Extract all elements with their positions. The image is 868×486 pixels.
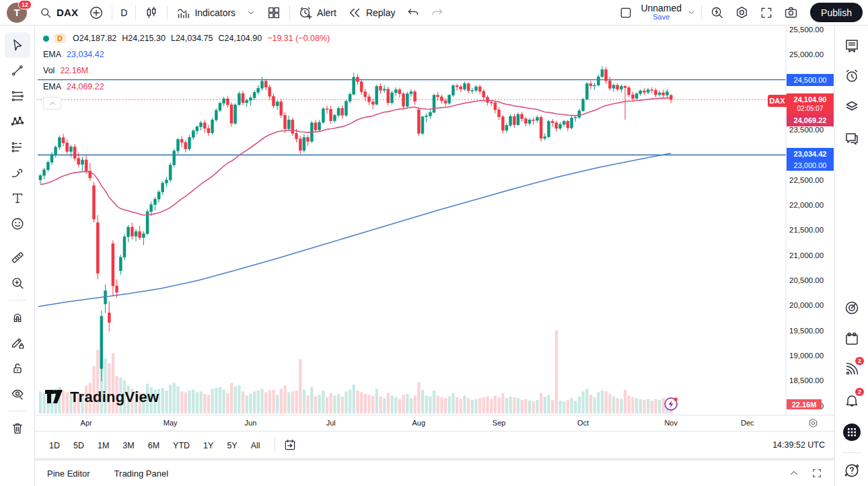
ema2-legend-row[interactable]: EMA 24,069.22 (43, 81, 335, 93)
help-sparkle-icon (843, 462, 861, 479)
notifications-button[interactable]: 2 (838, 387, 865, 413)
cursor-icon (10, 38, 25, 52)
layers-icon (844, 98, 860, 114)
ema-pink-price-label: 24,069.22 (787, 114, 834, 126)
range-button-1m[interactable]: 1M (93, 438, 114, 453)
calendar-button[interactable] (838, 325, 865, 352)
ema-value: 24,069.22 (67, 82, 104, 91)
price-tick-label: 20,500.00 (789, 276, 824, 284)
notifications-badge: 2 (855, 388, 864, 396)
emoji-tool-button[interactable] (5, 211, 30, 237)
remove-drawings-button[interactable] (5, 415, 30, 441)
undo-button[interactable] (401, 3, 425, 23)
layout-menu-chevron[interactable] (684, 3, 698, 23)
panel-expand-chevron-icon[interactable] (789, 468, 799, 479)
indicators-button[interactable]: Indicators (170, 3, 241, 23)
screenshot-button[interactable] (779, 3, 803, 23)
range-button-all[interactable]: All (246, 438, 265, 453)
brush-tool-button[interactable] (5, 160, 30, 186)
range-button-1y[interactable]: 1Y (198, 438, 218, 453)
user-avatar[interactable]: T 12 (7, 3, 27, 23)
prediction-tool-button[interactable] (5, 134, 30, 160)
server-clock[interactable]: 14:39:52 UTC (772, 440, 825, 450)
low-value: L24,034.75 (171, 34, 213, 43)
tab-pine-editor[interactable]: Pine Editor (47, 469, 90, 479)
layout-grid-button[interactable] (261, 3, 287, 23)
chat-bubble-icon (844, 130, 860, 147)
apps-menu-button[interactable] (838, 419, 865, 446)
save-layout-button[interactable]: Unnamed Save (638, 4, 684, 22)
watchlist-icon (844, 38, 860, 54)
price-tick-label: 19,000.00 (789, 352, 824, 360)
save-link[interactable]: Save (653, 13, 670, 22)
quick-search-button[interactable] (704, 3, 729, 23)
top-toolbar: T 12 DAX D Indicators Alert Replay (0, 0, 868, 26)
layout-thumbnail-button[interactable] (614, 3, 638, 23)
change-value: −19.31 (−0.08%) (267, 34, 330, 43)
time-axis-settings-icon[interactable] (807, 417, 819, 429)
drawing-mode-button[interactable] (5, 330, 30, 356)
series-status-dot (43, 36, 49, 42)
measure-tool-button[interactable] (5, 245, 30, 270)
cursor-tool-button[interactable] (5, 32, 30, 58)
range-button-5y[interactable]: 5Y (222, 438, 242, 453)
price-tick-label: 19,500.00 (789, 327, 824, 335)
redo-button[interactable] (425, 3, 449, 23)
zoom-in-tool-button[interactable] (5, 270, 30, 296)
publish-button[interactable]: Publish (810, 3, 863, 22)
chart-style-button[interactable] (139, 3, 164, 23)
chevron-down-icon (687, 8, 696, 17)
high-value: H24,215.30 (122, 34, 166, 43)
hide-drawings-button[interactable] (5, 381, 30, 407)
range-buttons: 1D5D1M3M6MYTD1Y5YAll (44, 439, 269, 451)
help-button[interactable] (838, 457, 865, 484)
price-line-label-24500[interactable]: 24,500.00 (787, 74, 834, 86)
fullscreen-button[interactable] (754, 3, 779, 23)
camera-icon (784, 5, 798, 19)
volume-legend-row[interactable]: Vol 22.16M (43, 65, 335, 77)
time-axis[interactable]: AprMayJunJulAugSepOctNovDec (35, 415, 834, 431)
compare-add-symbol-button[interactable] (83, 3, 109, 23)
range-button-6m[interactable]: 6M (143, 438, 164, 453)
streams-button[interactable]: 2 (838, 356, 865, 382)
time-axis-month-label: Nov (657, 419, 684, 427)
screener-button[interactable] (838, 294, 865, 321)
ema-value: 23,034.42 (67, 50, 104, 59)
chevron-up-icon (48, 99, 57, 108)
magnet-mode-button[interactable] (5, 305, 30, 330)
alarm-clock-icon (844, 68, 860, 84)
indicators-templates-chevron[interactable] (241, 3, 261, 23)
symbol-legend-row[interactable]: D O24,187.82H24,215.30L24,034.75C24,104.… (43, 32, 335, 44)
watchlist-button[interactable] (838, 32, 865, 59)
text-tool-button[interactable] (5, 186, 30, 211)
tab-trading-panel[interactable]: Trading Panel (114, 469, 168, 479)
price-tick-label: 22,000.00 (789, 201, 824, 209)
interval-button[interactable]: D (115, 3, 133, 23)
price-line-label-23000[interactable]: 23,000.00 (787, 159, 834, 171)
go-to-date-icon (283, 438, 297, 452)
fib-retracement-tool-button[interactable] (5, 83, 30, 109)
alert-button[interactable]: Alert (293, 3, 342, 23)
range-button-ytd[interactable]: YTD (168, 438, 194, 453)
notification-count-badge: 12 (18, 0, 32, 9)
time-axis-month-label: Sep (486, 419, 513, 427)
object-tree-button[interactable] (838, 93, 865, 120)
lock-drawings-button[interactable] (5, 356, 30, 381)
plus-circle-icon (89, 5, 104, 20)
range-button-1d[interactable]: 1D (44, 438, 65, 453)
legend-collapse-button[interactable] (43, 97, 61, 110)
last-price-label[interactable]: 24,104.90 02:05:07 (787, 93, 834, 114)
alerts-panel-button[interactable] (838, 63, 865, 89)
chat-button[interactable] (838, 125, 865, 152)
range-button-3m[interactable]: 3M (118, 438, 139, 453)
panel-maximize-icon[interactable] (811, 468, 822, 479)
ema-legend-row[interactable]: EMA 23,034.42 (43, 48, 335, 60)
range-button-5d[interactable]: 5D (69, 438, 89, 453)
chart-settings-button[interactable] (729, 3, 754, 23)
symbol-search-button[interactable]: DAX (34, 3, 83, 23)
go-to-date-button[interactable] (281, 435, 299, 455)
replay-button[interactable]: Replay (342, 3, 401, 23)
pattern-tool-button[interactable] (5, 109, 30, 134)
trend-line-tool-button[interactable] (5, 58, 30, 83)
redo-icon (431, 6, 444, 19)
